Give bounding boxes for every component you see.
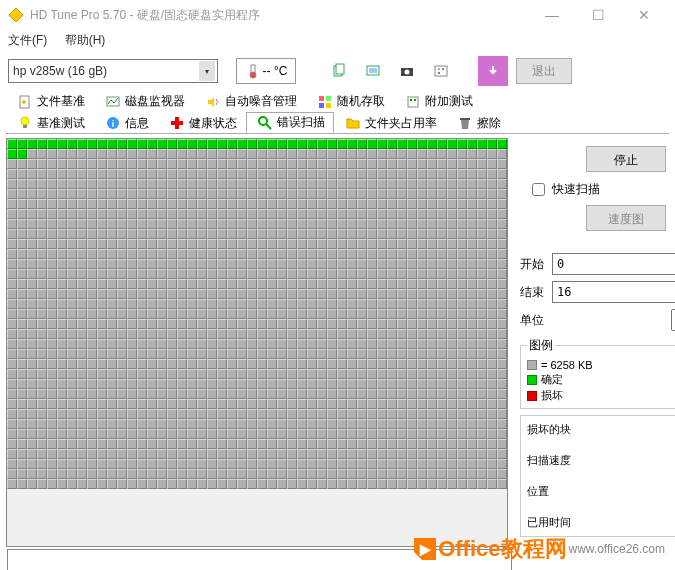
grid-cell	[487, 159, 497, 169]
grid-cell	[277, 329, 287, 339]
grid-cell	[227, 209, 237, 219]
grid-cell	[277, 389, 287, 399]
grid-cell	[437, 479, 447, 489]
quick-scan-checkbox[interactable]: 快速扫描	[528, 180, 675, 199]
window-title: HD Tune Pro 5.70 - 硬盘/固态硬盘实用程序	[30, 7, 260, 24]
grid-cell	[337, 229, 347, 239]
grid-cell	[127, 159, 137, 169]
tab-error-scan[interactable]: 错误扫描	[246, 112, 334, 133]
grid-cell	[377, 299, 387, 309]
settings-button[interactable]	[426, 56, 456, 86]
tab-disk-monitor[interactable]: 磁盘监视器	[94, 90, 194, 112]
grid-cell	[177, 259, 187, 269]
grid-cell	[47, 399, 57, 409]
camera-button[interactable]	[392, 56, 422, 86]
grid-cell	[267, 209, 277, 219]
grid-cell	[447, 409, 457, 419]
screenshot-button[interactable]	[358, 56, 388, 86]
grid-cell	[227, 169, 237, 179]
grid-cell	[97, 189, 107, 199]
grid-cell	[327, 349, 337, 359]
grid-cell	[17, 149, 27, 159]
grid-cell	[327, 409, 337, 419]
grid-cell	[167, 299, 177, 309]
grid-cell	[347, 249, 357, 259]
grid-cell	[317, 399, 327, 409]
tab-aam[interactable]: 自动噪音管理	[194, 90, 306, 112]
grid-cell	[107, 319, 117, 329]
grid-cell	[427, 159, 437, 169]
save-button[interactable]	[478, 56, 508, 86]
grid-cell	[67, 269, 77, 279]
menu-file[interactable]: 文件(F)	[8, 33, 47, 47]
tab-folder-usage[interactable]: 文件夹占用率	[334, 112, 446, 133]
grid-cell	[27, 369, 37, 379]
tab-info[interactable]: i信息	[94, 112, 158, 133]
tab-random-access[interactable]: 随机存取	[306, 90, 394, 112]
grid-cell	[187, 169, 197, 179]
device-dropdown[interactable]: hp v285w (16 gB) ▾	[8, 59, 218, 83]
grid-cell	[37, 199, 47, 209]
unit-select[interactable]: gB	[671, 309, 675, 331]
grid-cell	[367, 249, 377, 259]
grid-cell	[267, 139, 277, 149]
exit-button[interactable]: 退出	[516, 58, 572, 84]
grid-cell	[147, 439, 157, 449]
tab-file-benchmark[interactable]: 文件基准	[6, 90, 94, 112]
end-input[interactable]	[552, 281, 675, 303]
copy-button[interactable]	[324, 56, 354, 86]
grid-cell	[177, 399, 187, 409]
grid-cell	[87, 369, 97, 379]
grid-cell	[467, 419, 477, 429]
grid-cell	[167, 319, 177, 329]
grid-cell	[497, 469, 507, 479]
tab-extra-tests[interactable]: 附加测试	[394, 90, 482, 112]
tab-health[interactable]: 健康状态	[158, 112, 246, 133]
grid-cell	[477, 219, 487, 229]
maximize-button[interactable]: ☐	[575, 0, 621, 30]
grid-cell	[297, 369, 307, 379]
grid-cell	[107, 479, 117, 489]
grid-cell	[277, 359, 287, 369]
grid-cell	[357, 179, 367, 189]
grid-cell	[257, 259, 267, 269]
stop-button[interactable]: 停止	[586, 146, 666, 172]
grid-cell	[377, 329, 387, 339]
grid-cell	[467, 319, 477, 329]
thermometer-icon	[245, 63, 261, 79]
grid-cell	[307, 259, 317, 269]
grid-cell	[227, 309, 237, 319]
grid-cell	[407, 229, 417, 239]
tab-benchmark[interactable]: 基准测试	[6, 112, 94, 133]
end-label: 结束	[520, 284, 552, 301]
grid-cell	[357, 379, 367, 389]
grid-cell	[147, 139, 157, 149]
grid-cell	[337, 459, 347, 469]
grid-cell	[287, 249, 297, 259]
grid-cell	[197, 229, 207, 239]
grid-cell	[257, 479, 267, 489]
minimize-button[interactable]: —	[529, 0, 575, 30]
tab-erase[interactable]: 擦除	[446, 112, 510, 133]
grid-cell	[357, 369, 367, 379]
close-button[interactable]: ✕	[621, 0, 667, 30]
start-input[interactable]	[552, 253, 675, 275]
grid-cell	[137, 329, 147, 339]
grid-cell	[337, 429, 347, 439]
grid-cell	[267, 369, 277, 379]
grid-cell	[287, 289, 297, 299]
grid-cell	[327, 219, 337, 229]
grid-cell	[457, 459, 467, 469]
grid-cell	[47, 279, 57, 289]
grid-cell	[487, 309, 497, 319]
grid-cell	[297, 239, 307, 249]
menu-help[interactable]: 帮助(H)	[65, 33, 106, 47]
grid-cell	[187, 179, 197, 189]
grid-cell	[307, 249, 317, 259]
grid-cell	[197, 419, 207, 429]
grid-cell	[377, 289, 387, 299]
grid-cell	[427, 339, 437, 349]
grid-cell	[357, 459, 367, 469]
grid-cell	[267, 259, 277, 269]
grid-cell	[277, 289, 287, 299]
